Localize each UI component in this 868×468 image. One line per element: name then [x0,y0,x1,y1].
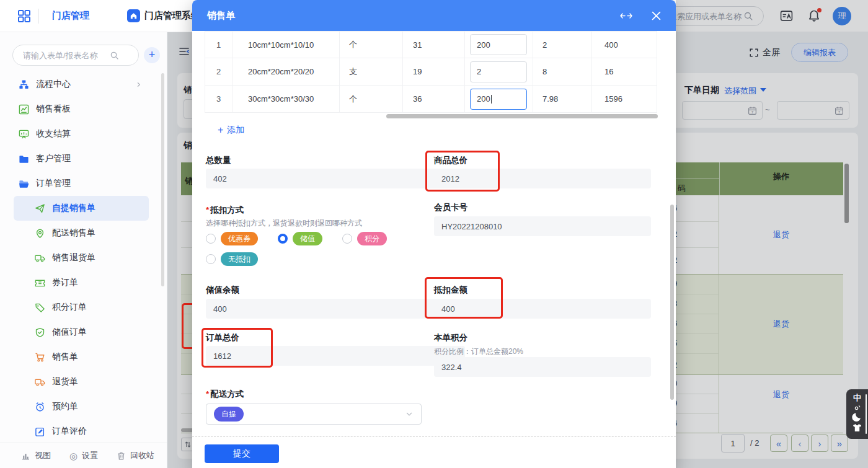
views-button[interactable]: 视图 [21,450,51,461]
app-grid-icon[interactable] [17,9,31,23]
truck-icon [35,377,45,387]
price-cell: 8 [533,58,592,85]
amount-cell: 400 [592,32,657,58]
radio-stored-selected[interactable] [278,234,288,244]
sidebar: + 流程中心 销售看板 收支结算 客户管理 订单管理 自提销售单 [0,32,167,468]
sales-order-modal: 销售单 1 10cm*10cm*10/10 个 31 200 2 400 2 2… [192,0,676,468]
alarm-clock-icon [35,402,45,412]
sidebar-item-coupon-order[interactable]: 券订单 [0,270,162,295]
app-name[interactable]: 门店管理 [52,10,89,22]
member-card-field: HY20221208010 [434,216,651,236]
sidebar-item-points-order[interactable]: 积分订单 [0,295,162,320]
sidebar-item-order-management[interactable]: 订单管理 [0,171,162,196]
order-points-label: 本单积分 [434,332,467,343]
radio-no-deduct[interactable] [206,254,216,264]
table-row: 3 30cm*30cm*30/30 个 36 200 7.98 1596 [205,86,657,113]
add-row-button[interactable]: + 添加 [218,125,244,136]
modal-title: 销售单 [207,10,235,22]
sidebar-item-return-order[interactable]: 退货单 [0,369,162,394]
paper-plane-icon [35,203,45,214]
sidebar-item-order-review[interactable]: 订单评价 [0,419,162,444]
tag-icon [35,302,45,313]
order-total-field: 1612 [206,346,465,366]
folder-open-icon [19,179,29,189]
price-cell: 2 [533,32,592,58]
pickup-pill: 自提 [214,407,244,422]
folder-icon [19,154,29,164]
row-index: 3 [205,86,232,112]
modal-footer-divider [192,436,676,437]
table-horizontal-scrollbar[interactable] [386,114,658,118]
quantity-input[interactable]: 200 [470,34,527,55]
sidebar-item-income-settlement[interactable]: 收支结算 [0,121,162,146]
home-icon[interactable] [127,9,140,22]
sidebar-scrollbar[interactable] [161,73,164,286]
spec-cell: 10cm*10cm*10/10 [232,32,340,58]
price-cell: 7.98 [533,86,592,112]
amount-cell: 1596 [592,86,657,112]
language-toggle[interactable]: 中 [853,392,861,404]
gear-icon: ◎ [69,451,78,461]
stored-value-pill[interactable]: 储值 [293,232,322,245]
delivery-method-label: 配送方式 [206,389,244,400]
delivery-method-select[interactable]: 自提 [206,404,422,425]
quantity-input[interactable]: 2 [470,61,527,82]
stock-cell: 31 [403,32,465,58]
sidebar-item-process-center[interactable]: 流程中心 [0,72,162,97]
qty-cell: 200 [465,86,533,112]
close-modal-icon[interactable] [652,11,661,20]
order-points-help: 积分比例：订单总金额20% [434,347,523,357]
quantity-input-focused[interactable]: 200 [470,89,527,110]
shirt-icon[interactable] [852,423,862,432]
unit-cell: 支 [340,58,403,85]
sidebar-item-sales-order[interactable]: 销售单 [0,345,162,369]
recycle-bin-button[interactable]: 回收站 [117,450,154,461]
modal-header: 销售单 [192,0,676,31]
qty-cell: 2 [465,58,533,85]
qty-cell: 200 [465,32,533,58]
truck-icon [35,253,45,263]
modal-scrollbar[interactable] [670,205,674,400]
goods-total-field: 2012 [434,169,651,188]
total-qty-field: 402 [206,169,465,188]
header-divider [38,9,39,24]
order-total-label: 订单总价 [206,332,239,343]
radio-coupon[interactable] [206,234,216,244]
table-row: 2 20cm*20cm*20/20 支 19 2 8 16 [205,58,657,86]
org-chart-icon [19,79,29,90]
sidebar-search[interactable] [12,45,139,66]
points-pill[interactable]: 积分 [357,232,387,245]
sidebar-item-stored-value-order[interactable]: 储值订单 [0,320,162,345]
spec-cell: 30cm*30cm*30/30 [232,86,340,112]
text-cursor [491,95,492,104]
row-index: 1 [205,32,232,58]
sidebar-item-reservation-order[interactable]: 预约单 [0,394,162,419]
stock-cell: 19 [403,58,465,85]
order-items-table: 1 10cm*10cm*10/10 个 31 200 2 400 2 20cm*… [205,31,657,113]
amount-cell: 16 [592,58,657,85]
no-deduct-pill[interactable]: 无抵扣 [221,252,258,266]
sidebar-item-pickup-sales-order[interactable]: 自提销售单 [14,196,149,221]
chevron-right-icon [135,81,143,89]
radio-points[interactable] [342,234,352,244]
badge-check-icon [35,327,45,338]
sidebar-search-input[interactable] [23,51,110,60]
stored-balance-label: 储值余额 [206,285,239,296]
plus-icon: + [218,125,223,136]
unit-cell: 个 [340,32,403,58]
order-points-field: 322.4 [434,357,651,377]
moon-icon[interactable] [852,412,862,422]
chart-board-icon [19,104,29,115]
sidebar-item-sales-return-order[interactable]: 销售退货单 [0,245,162,270]
sidebar-item-customer-management[interactable]: 客户管理 [0,146,162,171]
submit-button[interactable]: 提交 [205,444,279,463]
coupon-pill[interactable]: 优惠券 [221,232,258,245]
add-form-button[interactable]: + [144,47,160,63]
sidebar-footer: 视图 ◎ 设置 回收站 [0,443,167,468]
expand-modal-icon[interactable] [619,12,633,20]
widget-scrollbar [866,394,867,434]
sidebar-item-sales-dashboard[interactable]: 销售看板 [0,97,162,121]
settings-button[interactable]: ◎ 设置 [69,450,98,461]
chevron-down-icon [405,410,414,418]
sidebar-item-delivery-sales-order[interactable]: 配送销售单 [0,221,162,245]
